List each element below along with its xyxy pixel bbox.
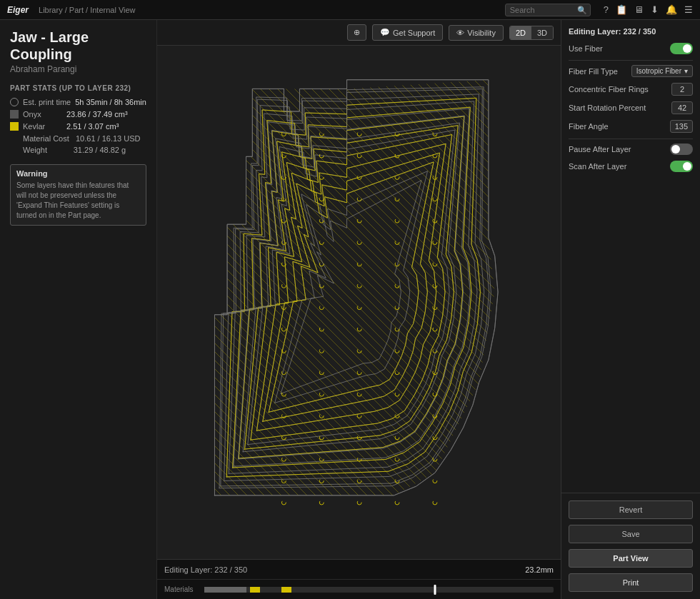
mm-info: 23.2mm — [525, 565, 554, 574]
chevron-down-icon: ▾ — [684, 67, 688, 75]
fiber-fill-type-label: Fiber Fill Type — [569, 67, 629, 76]
pause-toggle-knob — [671, 145, 680, 153]
weight-value: 31.29 / 48.82 g — [74, 146, 126, 154]
fiber-fill-type-select[interactable]: Isotropic Fiber ▾ — [631, 65, 693, 77]
use-fiber-toggle[interactable] — [670, 43, 693, 54]
fiber-angle-label: Fiber Angle — [569, 122, 667, 131]
left-panel: Jaw - Large Coupling Abraham Parangi Par… — [0, 20, 157, 599]
view-toggle: 2D 3D — [509, 26, 554, 40]
search-wrap: 🔍 — [505, 4, 591, 16]
use-fiber-toggle-knob — [683, 44, 691, 53]
clipboard-icon[interactable]: 📋 — [616, 4, 627, 15]
materials-track[interactable] — [204, 587, 554, 593]
est-print-time-value: 5h 35min / 8h 36min — [75, 98, 146, 106]
help-icon[interactable]: ? — [604, 4, 609, 15]
divider-2 — [569, 139, 693, 139]
pause-after-layer-label: Pause After Layer — [569, 145, 667, 153]
nav-icons: ? 📋 🖥 ⬇ 🔔 ☰ — [604, 4, 693, 15]
kevlar-row: Kevlar 2.51 / 3.07 cm³ — [10, 122, 146, 131]
onyx-swatch — [10, 110, 19, 119]
onyx-label: Onyx — [23, 110, 62, 119]
fiber-angle-value[interactable]: 135 — [670, 120, 693, 133]
scan-after-layer-row: Scan After Layer — [569, 161, 693, 172]
material-cost-label: Material Cost — [23, 134, 74, 143]
warning-box: Warning Some layers have thin features t… — [10, 164, 146, 226]
bell-icon[interactable]: 🔔 — [666, 4, 677, 15]
scan-after-layer-toggle[interactable] — [670, 161, 693, 172]
scan-after-layer-label: Scan After Layer — [569, 162, 667, 171]
material-cost-row: Material Cost 10.61 / 16.13 USD — [23, 134, 146, 143]
bottom-bar: Editing Layer: 232 / 350 23.2mm — [157, 559, 561, 579]
right-panel: Editing Layer: 232 / 350 Use Fiber Fiber… — [561, 20, 700, 599]
use-fiber-row: Use Fiber — [569, 43, 693, 54]
right-panel-bottom: Revert Save Part View Print — [561, 493, 700, 599]
use-fiber-label: Use Fiber — [569, 44, 667, 53]
download-icon[interactable]: ⬇ — [651, 4, 659, 15]
save-button[interactable]: Save — [569, 525, 693, 543]
visibility-button[interactable]: 👁 Visibility — [449, 25, 504, 41]
warning-text: Some layers have thin features that will… — [16, 181, 140, 221]
kevlar-value: 2.51 / 3.07 cm³ — [66, 122, 119, 131]
pause-after-layer-row: Pause After Layer — [569, 144, 693, 155]
start-rotation-percent-value[interactable]: 42 — [671, 101, 693, 114]
breadcrumb: Library / Part / Internal View — [39, 6, 136, 14]
canvas-area — [157, 46, 561, 559]
concentric-fiber-rings-label: Concentric Fiber Rings — [569, 85, 669, 94]
fiber-fill-type-value: Isotropic Fiber — [636, 67, 681, 75]
part-title: Jaw - Large Coupling — [10, 29, 146, 63]
material-cost-value: 10.61 / 16.13 USD — [76, 134, 141, 143]
fiber-angle-row: Fiber Angle 135 — [569, 120, 693, 133]
eye-icon: 👁 — [456, 29, 464, 37]
view-3d-button[interactable]: 3D — [531, 26, 553, 39]
stats-header: Part Stats (up to layer 232) — [10, 84, 146, 92]
top-nav: Eiger Library / Part / Internal View 🔍 ?… — [0, 0, 700, 20]
toolbar: ⊕ 💬 Get Support 👁 Visibility 2D 3D — [157, 20, 561, 46]
weight-label: Weight — [23, 146, 71, 154]
pin-button[interactable]: ⊕ — [347, 24, 366, 41]
warning-title: Warning — [16, 169, 140, 178]
revert-button[interactable]: Revert — [569, 500, 693, 519]
kevlar-swatch — [10, 122, 19, 131]
brand-logo: Eiger — [7, 5, 29, 15]
concentric-fiber-rings-value[interactable]: 2 — [671, 83, 693, 96]
center-area: ⊕ 💬 Get Support 👁 Visibility 2D 3D Editi… — [157, 20, 561, 599]
onyx-segment — [204, 587, 246, 593]
start-rotation-percent-label: Start Rotation Percent — [569, 104, 669, 112]
part-subtitle: Abraham Parangi — [10, 64, 146, 74]
menu-icon[interactable]: ☰ — [684, 4, 693, 15]
main-container: Jaw - Large Coupling Abraham Parangi Par… — [0, 20, 700, 599]
materials-label: Materials — [164, 585, 200, 593]
support-icon: 💬 — [380, 28, 390, 37]
concentric-fiber-rings-row: Concentric Fiber Rings 2 — [569, 83, 693, 96]
onyx-value: 23.86 / 37.49 cm³ — [66, 110, 128, 119]
onyx-row: Onyx 23.86 / 37.49 cm³ — [10, 110, 146, 119]
pause-after-layer-toggle[interactable] — [670, 144, 693, 155]
kevlar-segment-1 — [250, 587, 261, 593]
view-2d-button[interactable]: 2D — [510, 26, 531, 39]
est-print-time-label: Est. print time — [23, 98, 71, 106]
scan-toggle-knob — [683, 162, 691, 171]
kevlar-segment-2 — [281, 587, 292, 593]
part-view-button[interactable]: Part View — [569, 549, 693, 568]
materials-bar: Materials — [157, 579, 561, 599]
divider-1 — [569, 60, 693, 61]
est-print-time-row: Est. print time 5h 35min / 8h 36min — [10, 98, 146, 106]
clock-icon — [10, 98, 19, 106]
search-icon: 🔍 — [577, 5, 587, 14]
get-support-button[interactable]: 💬 Get Support — [372, 24, 443, 41]
kevlar-label: Kevlar — [23, 122, 62, 131]
layer-info: Editing Layer: 232 / 350 — [164, 565, 525, 574]
monitor-icon[interactable]: 🖥 — [634, 4, 644, 15]
start-rotation-percent-row: Start Rotation Percent 42 — [569, 101, 693, 114]
layer-marker — [434, 585, 436, 595]
editing-layer-header: Editing Layer: 232 / 350 — [569, 27, 693, 36]
part-canvas — [157, 46, 561, 559]
weight-row: Weight 31.29 / 48.82 g — [23, 146, 146, 154]
print-button[interactable]: Print — [569, 573, 693, 592]
fiber-fill-type-row: Fiber Fill Type Isotropic Fiber ▾ — [569, 65, 693, 77]
right-panel-top: Editing Layer: 232 / 350 Use Fiber Fiber… — [561, 20, 700, 493]
